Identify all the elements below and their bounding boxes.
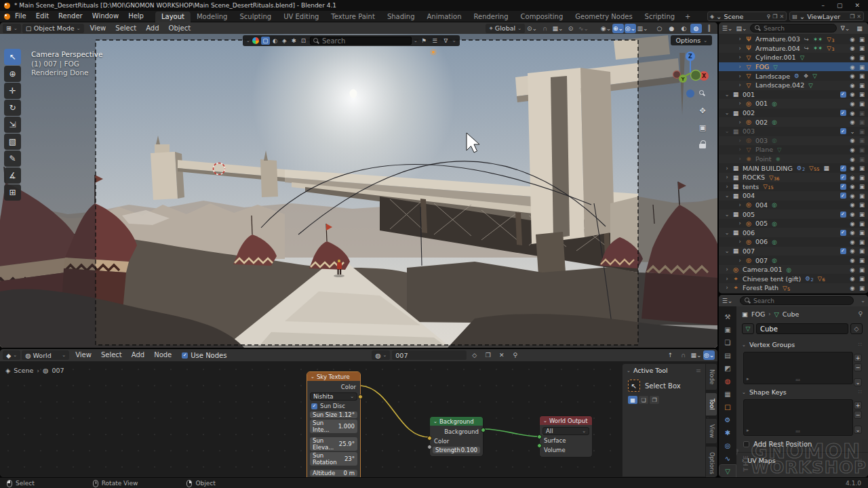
hide-eye-icon[interactable] — [848, 211, 857, 218]
expand-chevron-icon[interactable]: › — [724, 266, 730, 272]
expand-chevron-icon[interactable]: ⌄ — [724, 128, 730, 134]
parent-node-tree-icon[interactable]: ↑ — [665, 350, 676, 360]
world-id-dropdown[interactable]: ◍⌄ — [372, 350, 390, 360]
render-camera-icon[interactable] — [857, 165, 867, 171]
render-camera-icon[interactable] — [857, 285, 867, 291]
outliner-row[interactable]: › ▽ Plane ▽ — [719, 145, 868, 155]
viewlayer-selector[interactable]: ▤ ⌄ ViewLayer ❐ ✕ — [789, 12, 864, 21]
node-menu-item[interactable]: Select — [96, 350, 127, 361]
render-camera-icon[interactable] — [857, 91, 867, 98]
properties-tab[interactable]: ⚒ — [719, 310, 736, 323]
color-output-socket[interactable] — [358, 394, 363, 399]
node-header[interactable]: ⌄World Output — [540, 416, 592, 425]
hide-eye-icon[interactable] — [848, 275, 857, 282]
asset-type-icon[interactable]: ◐ — [271, 37, 279, 45]
workspace-tab[interactable]: Layout — [155, 12, 191, 22]
hide-eye-icon[interactable] — [848, 192, 857, 199]
exclude-checkbox[interactable] — [838, 110, 848, 116]
add-button[interactable]: + — [854, 354, 862, 362]
expand-chevron-icon[interactable]: › — [736, 239, 743, 245]
outliner-row[interactable]: ⌄ ▦ 006 — [719, 228, 868, 237]
hide-eye-icon[interactable] — [848, 45, 857, 52]
exclude-checkbox[interactable] — [838, 165, 848, 171]
exclude-checkbox[interactable] — [838, 248, 848, 254]
render-camera-icon[interactable] — [857, 229, 867, 236]
chevron-down-icon[interactable]: ⌄ — [414, 38, 418, 43]
properties-tab[interactable]: ◎ — [719, 439, 736, 451]
viewport-tool-button[interactable]: ▧ — [4, 134, 21, 150]
hide-eye-icon[interactable] — [848, 128, 857, 135]
outliner-row[interactable]: › Ψ Armature.004 ↪ ✶✶ ▽3 — [719, 44, 868, 54]
expand-chevron-icon[interactable]: › — [736, 36, 743, 42]
lock-icon[interactable] — [697, 139, 708, 150]
list-view-icon[interactable]: ☰ — [431, 37, 439, 45]
viewport-toggle-icon[interactable]: ▥⌄ — [637, 24, 648, 33]
expand-chevron-icon[interactable]: › — [736, 54, 743, 60]
hide-eye-icon[interactable] — [848, 64, 857, 70]
menu-item[interactable]: Help — [123, 11, 149, 22]
render-camera-icon[interactable] — [857, 64, 867, 70]
properties-tab[interactable]: ◩ — [719, 362, 736, 374]
copy-icon[interactable]: ❐ — [772, 14, 777, 20]
hide-eye-icon[interactable] — [848, 165, 857, 171]
shading-mode-icon[interactable]: ◐ — [678, 24, 690, 33]
viewport-tool-button[interactable]: ✎ — [4, 150, 21, 167]
node-header[interactable]: ⌄Sky Texture — [307, 372, 360, 381]
outliner-row[interactable]: › Ψ Armature.003 ↪ ✶✶ ▽3 — [719, 35, 868, 44]
render-camera-icon[interactable] — [857, 183, 867, 190]
expand-chevron-icon[interactable]: › — [724, 276, 730, 282]
properties-tab[interactable]: ◍ — [719, 375, 736, 387]
search-input[interactable] — [764, 25, 832, 32]
scene-selector[interactable]: ◈ ⌄ Scene ⚲ ❐ ✕ — [707, 12, 787, 21]
proportional-edit-toggle[interactable]: ⊙ — [565, 24, 576, 33]
expand-chevron-icon[interactable]: › — [736, 202, 743, 208]
node-value-field[interactable]: Sun Rotation23° — [310, 452, 357, 466]
expand-chevron-icon[interactable]: › — [736, 138, 743, 144]
active-tool-panel-title[interactable]: Active Tool — [633, 367, 668, 374]
expand-chevron-icon[interactable]: › — [736, 82, 743, 88]
render-camera-icon[interactable] — [857, 146, 867, 153]
editor-type-button[interactable]: ⊞⌄ — [3, 24, 21, 33]
pivot-point-dropdown[interactable]: ⊙⌄ — [526, 24, 538, 33]
expand-chevron-icon[interactable]: › — [736, 146, 743, 152]
expand-chevron-icon[interactable]: › — [736, 119, 743, 125]
strength-field[interactable]: Strength0.100 — [433, 447, 480, 453]
outliner-row[interactable]: › ▽ FOG ▽ — [719, 62, 868, 72]
render-camera-icon[interactable] — [857, 119, 867, 125]
snap-target-dropdown[interactable]: ▦⌄ — [552, 24, 564, 33]
fake-user-shield-icon[interactable]: ◇ — [469, 350, 480, 360]
outliner-row[interactable]: ⌄ ▦ 005 — [719, 209, 868, 219]
expand-chevron-icon[interactable]: ⌄ — [724, 248, 730, 254]
viewport-tool-button[interactable]: ↻ — [4, 100, 21, 116]
overlays-dropdown[interactable]: ◎⌄ — [703, 350, 715, 360]
properties-tab[interactable]: ✱ — [719, 426, 736, 439]
snap-target-dropdown[interactable]: ▦⌄ — [690, 350, 702, 360]
node-menu-item[interactable]: Node — [149, 350, 176, 361]
node-value-field[interactable]: Sun Eleva...25.9° — [310, 437, 357, 451]
outliner-row[interactable]: › ✺ Point ✺ — [719, 155, 868, 164]
workspace-tab[interactable]: Sculpting — [233, 12, 277, 22]
pause-render-button[interactable]: ║ — [703, 24, 715, 33]
node-value-field[interactable]: Sun Inte...1.000 — [310, 420, 357, 433]
node-value-field[interactable]: Sun Size1.12° — [310, 411, 357, 418]
expand-chevron-icon[interactable]: › — [736, 156, 743, 162]
viewport-canvas[interactable]: ↖⊕✛↻⇲▧✎∡⊞ Camera Perspective (1) 007 | F… — [0, 34, 717, 348]
viewport-menu-item[interactable]: Add — [141, 23, 163, 34]
hide-eye-icon[interactable] — [848, 100, 857, 107]
uv-maps-panel-header[interactable]: ›UV Maps∷ — [742, 455, 863, 466]
surface-input-socket[interactable] — [537, 434, 542, 439]
add-button[interactable]: + — [854, 401, 862, 409]
workspace-tab[interactable]: Shading — [381, 12, 421, 22]
strength-input-socket[interactable] — [427, 445, 432, 449]
expand-chevron-icon[interactable]: › — [736, 220, 743, 226]
exclude-checkbox[interactable] — [838, 174, 848, 180]
workspace-tab[interactable]: Texture Paint — [325, 12, 381, 22]
outliner-row[interactable]: › ◎ 002 ◎ — [719, 117, 868, 127]
transform-orientation-dropdown[interactable]: ⌖Global⌄ — [486, 24, 525, 33]
specials-menu-button[interactable]: ⌄ — [854, 426, 862, 434]
properties-search[interactable] — [740, 296, 854, 305]
zoom-icon[interactable] — [697, 88, 708, 99]
hide-eye-icon[interactable] — [848, 91, 857, 98]
render-camera-icon[interactable] — [857, 128, 867, 135]
render-camera-icon[interactable] — [857, 110, 867, 117]
